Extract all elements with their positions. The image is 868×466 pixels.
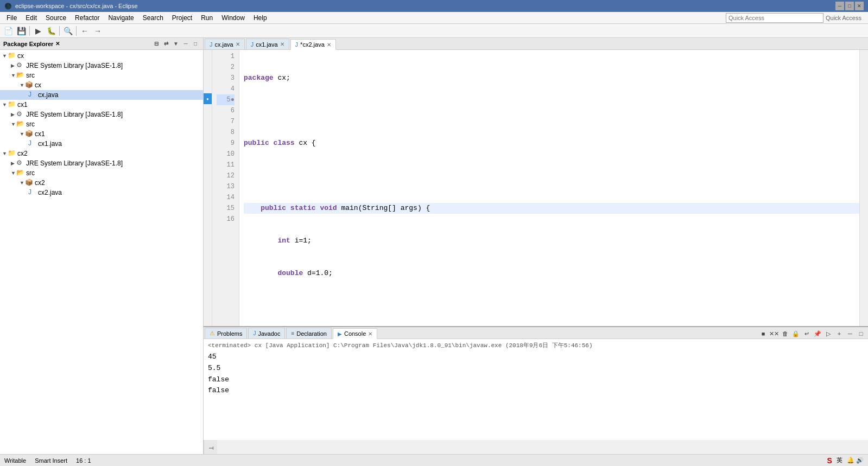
tree-item-jre-cx1[interactable]: ▶ ⚙ JRE System Library [JavaSE-1.8] bbox=[0, 110, 203, 119]
menu-window[interactable]: Window bbox=[217, 13, 249, 23]
code-line-3: public class cx { bbox=[244, 138, 859, 149]
src-cx2-label: src bbox=[26, 169, 35, 177]
panel-menu-icon[interactable]: ▼ bbox=[172, 40, 180, 48]
tab-cx1-java-close[interactable]: ✕ bbox=[280, 41, 284, 47]
maximize-panel-icon[interactable]: □ bbox=[191, 40, 200, 48]
maximize-console-button[interactable]: □ bbox=[856, 329, 866, 339]
close-console-icon[interactable]: ✕ bbox=[368, 331, 372, 337]
code-line-5: public static void main(String[] args) { bbox=[244, 203, 859, 214]
search-button[interactable]: 🔍 bbox=[62, 25, 74, 37]
cx-java-label: cx.java bbox=[38, 91, 58, 99]
line-num-9: 9 bbox=[217, 138, 235, 149]
project-icon-cx1: 📁 bbox=[8, 100, 16, 109]
tree-item-cx-project[interactable]: ▼ 📁 cx bbox=[0, 51, 203, 61]
tree-item-jre-cx2[interactable]: ▶ ⚙ JRE System Library [JavaSE-1.8] bbox=[0, 158, 203, 168]
tree-item-cx2-java[interactable]: J cx2.java bbox=[0, 188, 203, 197]
minimize-button[interactable]: ─ bbox=[835, 2, 844, 10]
menu-edit[interactable]: Edit bbox=[21, 13, 41, 23]
tab-cx-java-close[interactable]: ✕ bbox=[236, 41, 240, 47]
tree-item-jre-cx[interactable]: ▶ ⚙ JRE System Library [JavaSE-1.8] bbox=[0, 61, 203, 71]
maximize-button[interactable]: □ bbox=[845, 2, 854, 10]
minimize-panel-icon[interactable]: ─ bbox=[181, 40, 190, 48]
tab-cx1-java[interactable]: J cx1.java ✕ bbox=[246, 39, 289, 49]
jre-cx1-label: JRE System Library [JavaSE-1.8] bbox=[26, 111, 123, 118]
close-button[interactable]: ✕ bbox=[855, 2, 864, 10]
line-num-4: 4 bbox=[217, 84, 235, 94]
cx-project-label: cx bbox=[17, 52, 24, 60]
new-button[interactable]: 📄 bbox=[2, 25, 14, 37]
word-wrap-button[interactable]: ↵ bbox=[802, 329, 812, 339]
tab-cx2-java[interactable]: J *cx2.java ✕ bbox=[290, 39, 336, 50]
scroll-lock-button[interactable]: 🔒 bbox=[791, 329, 801, 339]
tree-item-cx-java[interactable]: J cx.java bbox=[0, 90, 203, 100]
tree-item-pkg-cx[interactable]: ▼ 📦 cx bbox=[0, 80, 203, 90]
open-console-button[interactable]: ▷ bbox=[823, 329, 833, 339]
save-button[interactable]: 💾 bbox=[15, 25, 27, 37]
window-controls: ─ □ ✕ bbox=[835, 2, 864, 10]
console-icon: ▶ bbox=[338, 331, 342, 337]
console-header: <terminated> cx [Java Application] C:\Pr… bbox=[208, 341, 864, 349]
tree-item-cx1-java[interactable]: J cx1.java bbox=[0, 139, 203, 149]
quick-access-area: Quick Access bbox=[726, 13, 866, 23]
jre-cx2-label: JRE System Library [JavaSE-1.8] bbox=[26, 159, 123, 167]
menu-search[interactable]: Search bbox=[138, 13, 168, 23]
tree-item-src-cx1[interactable]: ▼ 📂 src bbox=[0, 119, 203, 129]
console-output: 45 5.5 false false bbox=[208, 352, 864, 397]
tab-javadoc[interactable]: J Javadoc bbox=[248, 328, 285, 339]
tab-console[interactable]: ▶ Console ✕ bbox=[333, 328, 377, 339]
panel-header-icons: ⊟ ⇄ ▼ ─ □ bbox=[152, 40, 200, 48]
tree-item-src-cx2[interactable]: ▼ 📂 src bbox=[0, 168, 203, 178]
tab-cx1-java-icon: J bbox=[251, 41, 254, 48]
run-button[interactable]: ▶ bbox=[32, 25, 44, 37]
terminate-button[interactable]: ■ bbox=[758, 329, 768, 339]
menu-project[interactable]: Project bbox=[168, 13, 197, 23]
src-folder-icon-cx2: 📂 bbox=[16, 169, 25, 177]
task-list-icon[interactable]: T bbox=[205, 442, 217, 454]
menu-file[interactable]: File bbox=[2, 13, 21, 23]
declaration-icon: ≡ bbox=[291, 330, 294, 336]
tab-cx-java[interactable]: J cx.java ✕ bbox=[205, 39, 245, 49]
insert-mode-status: Smart Insert bbox=[35, 457, 67, 464]
forward-button[interactable]: → bbox=[92, 25, 104, 37]
menu-help[interactable]: Help bbox=[249, 13, 271, 23]
tree-item-pkg-cx2[interactable]: ▼ 📦 cx2 bbox=[0, 178, 203, 188]
menu-bar: File Edit Source Refactor Navigate Searc… bbox=[0, 12, 868, 24]
link-editor-icon[interactable]: ⇄ bbox=[162, 40, 170, 48]
clear-console-button[interactable]: 🗑 bbox=[780, 329, 790, 339]
quick-access-label: Quick Access bbox=[826, 15, 861, 21]
remove-all-button[interactable]: ✕✕ bbox=[769, 329, 779, 339]
menu-refactor[interactable]: Refactor bbox=[71, 13, 104, 23]
back-button[interactable]: ← bbox=[79, 25, 91, 37]
code-editor[interactable]: ● 1 2 3 4 5● 6 7 8 9 10 11 12 1 bbox=[204, 50, 868, 326]
breakpoint-marker: ● bbox=[204, 93, 212, 104]
quick-access-input[interactable] bbox=[726, 13, 823, 23]
menu-run[interactable]: Run bbox=[197, 13, 217, 23]
menu-navigate[interactable]: Navigate bbox=[104, 13, 138, 23]
tree-item-src-cx[interactable]: ▼ 📂 src bbox=[0, 71, 203, 80]
close-panel-icon[interactable]: ✕ bbox=[55, 41, 60, 47]
debug-button[interactable]: 🐛 bbox=[45, 25, 57, 37]
line-num-8: 8 bbox=[217, 127, 235, 138]
package-explorer-header: Package Explorer ✕ ⊟ ⇄ ▼ ─ □ bbox=[0, 38, 203, 50]
tree-item-pkg-cx1[interactable]: ▼ 📦 cx1 bbox=[0, 129, 203, 139]
cx2-java-label: cx2.java bbox=[38, 189, 62, 196]
new-console-button[interactable]: + bbox=[834, 329, 844, 339]
editor-scrollbar[interactable] bbox=[859, 50, 868, 326]
jre-cx-label: JRE System Library [JavaSE-1.8] bbox=[26, 62, 123, 69]
tab-declaration[interactable]: ≡ Declaration bbox=[286, 328, 331, 339]
library-icon-jre-cx1: ⚙ bbox=[16, 110, 25, 119]
main-layout: Package Explorer ✕ ⊟ ⇄ ▼ ─ □ ▼ 📁 cx ▶ ⚙ bbox=[0, 38, 868, 454]
tab-cx2-java-close[interactable]: ✕ bbox=[327, 42, 331, 48]
minimize-console-button[interactable]: ─ bbox=[845, 329, 855, 339]
toolbar-separator-2 bbox=[59, 26, 60, 36]
pin-console-button[interactable]: 📌 bbox=[813, 329, 822, 339]
code-content[interactable]: package cx; public class cx { public sta… bbox=[239, 50, 859, 326]
line-num-7: 7 bbox=[217, 116, 235, 127]
tab-problems[interactable]: ⚠ Problems bbox=[205, 328, 247, 339]
collapse-all-icon[interactable]: ⊟ bbox=[152, 40, 161, 48]
tree-item-cx1-project[interactable]: ▼ 📁 cx1 bbox=[0, 100, 203, 110]
line-num-6: 6 bbox=[217, 105, 235, 116]
cx1-java-label: cx1.java bbox=[38, 140, 62, 148]
tree-item-cx2-project[interactable]: ▼ 📁 cx2 bbox=[0, 149, 203, 158]
menu-source[interactable]: Source bbox=[41, 13, 71, 23]
